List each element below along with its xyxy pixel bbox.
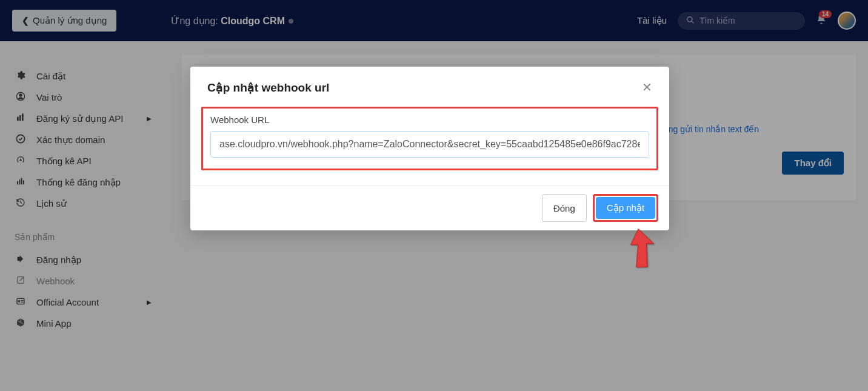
webhook-modal: Cập nhật webhook url ✕ Webhook URL Đóng … — [190, 67, 669, 230]
cancel-button[interactable]: Đóng — [542, 194, 587, 222]
webhook-url-input[interactable] — [210, 131, 649, 158]
submit-button[interactable]: Cập nhật — [596, 197, 655, 219]
close-icon[interactable]: ✕ — [642, 80, 652, 95]
url-field-label: Webhook URL — [210, 115, 649, 125]
modal-title: Cập nhật webhook url — [207, 81, 329, 95]
url-field-highlight: Webhook URL — [201, 107, 658, 170]
submit-highlight: Cập nhật — [593, 194, 658, 222]
